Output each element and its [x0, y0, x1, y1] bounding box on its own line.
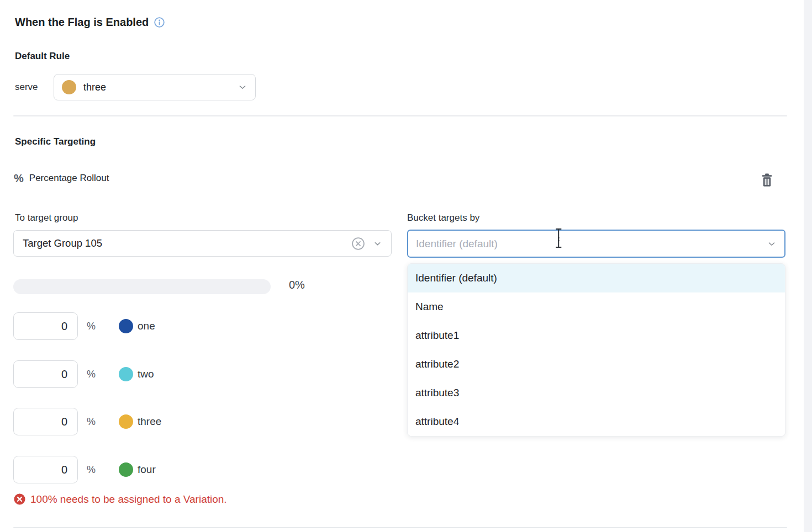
- target-group-value: Target Group 105: [23, 237, 102, 249]
- error-message: 100% needs to be assigned to a Variation…: [30, 493, 227, 506]
- page-title-text: When the Flag is Enabled: [15, 16, 149, 29]
- variation-row-one: % one: [13, 312, 155, 340]
- variation-percent-input-one[interactable]: [13, 312, 78, 340]
- variation-color-dot: [119, 462, 133, 477]
- chevron-down-icon: [767, 239, 777, 249]
- bucket-targets-menu: Identifier (default) Name attribute1 att…: [407, 263, 785, 437]
- flag-targeting-panel: When the Flag is Enabled Default Rule se…: [0, 0, 812, 532]
- validation-error: 100% needs to be assigned to a Variation…: [13, 493, 227, 506]
- variation-percent-input-three[interactable]: [13, 408, 78, 435]
- clear-icon[interactable]: [351, 237, 365, 251]
- menu-item-attribute4[interactable]: attribute4: [408, 407, 785, 436]
- variation-row-two: % two: [13, 360, 154, 388]
- percent-icon: %: [14, 173, 24, 184]
- menu-item-attribute1[interactable]: attribute1: [408, 321, 785, 350]
- menu-item-attribute2[interactable]: attribute2: [408, 350, 785, 379]
- variation-name: three: [138, 416, 161, 428]
- section-divider-bottom: [13, 527, 787, 528]
- variation-percent-input-four[interactable]: [13, 456, 78, 483]
- menu-item-attribute3[interactable]: attribute3: [408, 379, 785, 407]
- chevron-down-icon: [238, 82, 247, 92]
- variation-row-three: % three: [13, 408, 161, 435]
- page-title: When the Flag is Enabled: [15, 16, 165, 29]
- percent-sign: %: [87, 369, 99, 380]
- error-icon: [13, 493, 26, 506]
- menu-item-name[interactable]: Name: [408, 292, 785, 321]
- variation-color-dot: [119, 367, 133, 381]
- trash-icon[interactable]: [757, 170, 776, 190]
- section-divider-top: [13, 115, 787, 116]
- percentage-rollout-label: Percentage Rollout: [29, 173, 109, 184]
- serve-variation-select[interactable]: three: [54, 74, 256, 100]
- variation-color-dot: [119, 414, 133, 429]
- right-rail: [804, 0, 812, 532]
- variation-row-four: % four: [13, 456, 156, 483]
- serve-label: serve: [15, 82, 38, 93]
- percent-sign: %: [87, 416, 99, 428]
- variation-name: four: [138, 464, 156, 476]
- bucket-targets-label: Bucket targets by: [407, 212, 479, 224]
- variation-name: one: [138, 320, 155, 332]
- info-icon[interactable]: [154, 17, 165, 28]
- variation-name: two: [138, 368, 154, 380]
- variation-color-dot: [119, 319, 133, 333]
- percent-sign: %: [87, 464, 99, 476]
- target-group-label: To target group: [15, 212, 78, 224]
- target-group-select[interactable]: Target Group 105: [13, 230, 392, 257]
- rollout-progress-percent: 0%: [289, 279, 305, 291]
- percent-sign: %: [87, 321, 99, 332]
- serve-variation-value: three: [83, 82, 106, 93]
- variation-color-dot: [62, 80, 76, 94]
- bucket-targets-input[interactable]: Identifier (default): [407, 230, 785, 258]
- bucket-targets-placeholder: Identifier (default): [416, 238, 498, 250]
- variation-percent-input-two[interactable]: [13, 360, 78, 388]
- rollout-progress-bar: [13, 279, 271, 294]
- percentage-rollout-header: % Percentage Rollout: [14, 173, 109, 184]
- chevron-down-icon: [373, 239, 382, 248]
- specific-targeting-heading: Specific Targeting: [15, 136, 96, 147]
- menu-item-identifier-default[interactable]: Identifier (default): [408, 264, 785, 292]
- default-rule-heading: Default Rule: [15, 51, 70, 62]
